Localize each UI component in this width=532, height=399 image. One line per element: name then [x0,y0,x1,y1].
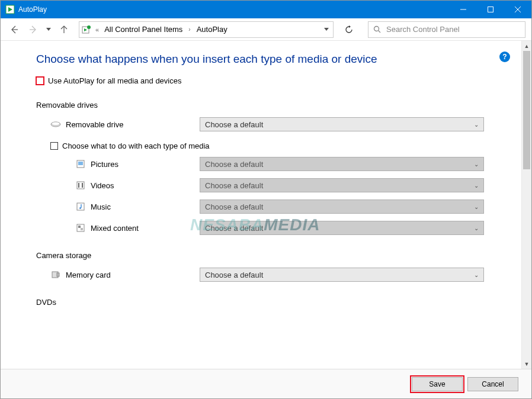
svg-point-12 [87,25,91,29]
autoplay-app-icon [5,5,15,14]
removable-drive-icon [50,120,61,129]
nav-up-button[interactable] [56,22,72,37]
removable-drive-combo[interactable]: Choose a default ⌄ [200,117,484,131]
footer: Save Cancel [1,369,531,398]
nav-back-button[interactable] [7,22,22,37]
refresh-button[interactable] [341,21,357,38]
breadcrumb[interactable]: « All Control Panel Items › AutoPlay [79,21,334,38]
breadcrumb-item-control-panel[interactable]: All Control Panel Items [101,22,186,37]
nav-forward-button[interactable] [25,22,41,37]
svg-rect-22 [78,183,79,188]
content-area: Choose what happens when you insert each… [1,41,521,369]
window-title: AutoPlay [18,5,47,14]
music-combo[interactable]: Choose a default ⌄ [200,199,484,214]
master-autoplay-checkbox[interactable] [36,77,44,85]
music-icon [75,202,86,211]
mixed-content-label: Mixed content [91,224,200,233]
svg-rect-30 [57,273,59,276]
svg-point-18 [52,122,60,126]
scrollbar[interactable]: ▲ ▼ [521,41,531,369]
close-button[interactable] [504,1,531,18]
svg-rect-21 [77,182,84,189]
media-type-checkbox-label: Choose what to do with each type of medi… [62,141,210,150]
svg-point-15 [374,26,379,31]
videos-combo[interactable]: Choose a default ⌄ [200,178,484,192]
media-type-checkbox[interactable] [50,142,58,150]
pictures-combo[interactable]: Choose a default ⌄ [200,157,484,171]
titlebar: AutoPlay [1,1,531,18]
svg-line-16 [379,30,381,33]
breadcrumb-item-autoplay[interactable]: AutoPlay [193,22,231,37]
breadcrumb-dropdown[interactable] [320,28,333,31]
search-input[interactable] [386,25,520,34]
svg-rect-28 [81,228,83,230]
memory-card-icon [50,270,61,279]
nav-history-dropdown[interactable] [44,28,53,31]
removable-drive-label: Removable drive [66,120,200,129]
section-dvds: DVDs [36,298,486,307]
svg-rect-20 [78,162,83,165]
svg-marker-13 [324,28,329,31]
svg-rect-24 [77,203,84,210]
master-autoplay-label: Use AutoPlay for all media and devices [48,76,181,85]
scroll-down-icon[interactable]: ▼ [522,359,531,369]
music-label: Music [91,202,200,211]
page-title: Choose what happens when you insert each… [36,53,486,66]
svg-rect-27 [78,226,81,228]
chevron-right-icon[interactable]: › [186,26,193,33]
svg-rect-23 [82,183,83,188]
save-button[interactable]: Save [412,377,463,391]
svg-point-25 [79,207,81,209]
svg-marker-8 [46,28,51,31]
chevron-down-icon: ⌄ [474,121,479,128]
chevron-down-icon: ⌄ [474,161,479,168]
chevron-down-icon: ⌄ [474,225,479,231]
navbar: « All Control Panel Items › AutoPlay [1,18,531,41]
svg-marker-14 [349,25,351,28]
pictures-label: Pictures [91,160,200,169]
search-box[interactable] [368,21,525,38]
section-camera-storage: Camera storage [36,251,486,260]
scroll-up-icon[interactable]: ▲ [522,41,531,51]
videos-icon [75,181,86,190]
chevron-down-icon: ⌄ [474,204,479,210]
scrollbar-thumb[interactable] [523,51,530,169]
videos-label: Videos [91,181,200,190]
mixed-content-combo[interactable]: Choose a default ⌄ [200,221,484,235]
help-icon[interactable]: ? [499,52,510,62]
autoplay-breadcrumb-icon [79,25,94,34]
maximize-button[interactable] [477,1,504,18]
search-icon [373,25,382,34]
chevron-down-icon: ⌄ [474,182,479,189]
chevron-down-icon: ⌄ [474,272,479,278]
pictures-icon [75,159,86,169]
memory-card-label: Memory card [66,271,200,279]
memory-card-combo[interactable]: Choose a default ⌄ [200,268,484,282]
svg-rect-3 [488,7,493,12]
minimize-button[interactable] [450,1,477,18]
section-removable-drives: Removable drives [36,101,486,110]
breadcrumb-prefix: « [94,26,101,33]
mixed-content-icon [75,223,86,233]
cancel-button[interactable]: Cancel [467,377,518,391]
